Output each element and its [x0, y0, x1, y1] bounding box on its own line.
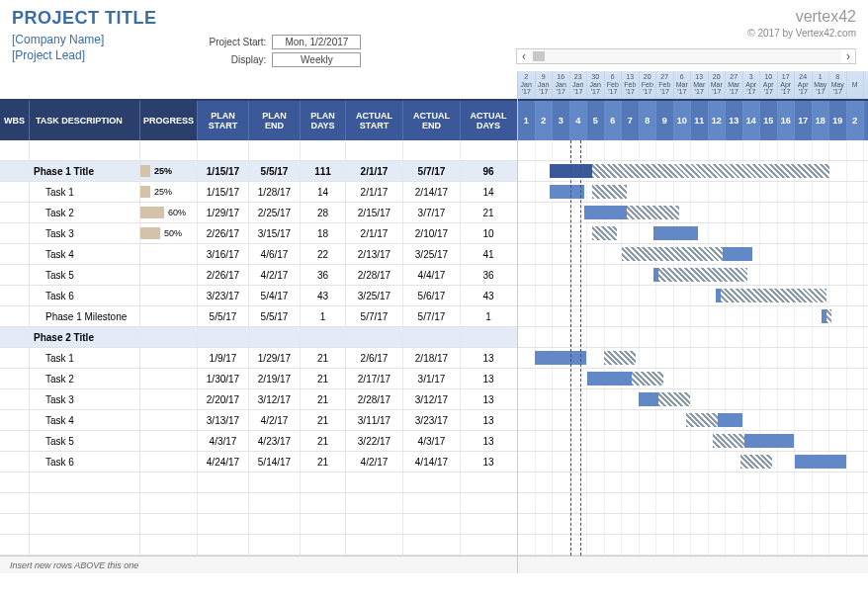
gantt-bar-plan[interactable] — [550, 185, 584, 199]
cell-pdays[interactable]: 21 — [301, 410, 346, 430]
gantt-bar-plan[interactable] — [653, 226, 698, 240]
cell-pend[interactable]: 5/5/17 — [249, 306, 301, 326]
scroll-thumb[interactable] — [533, 51, 545, 61]
cell-wbs[interactable] — [0, 369, 30, 388]
cell-aend[interactable]: 3/12/17 — [403, 389, 461, 409]
cell-adays[interactable]: 13 — [461, 369, 516, 388]
cell-pstart[interactable]: 2/26/17 — [198, 265, 249, 285]
cell-adays[interactable]: 13 — [461, 348, 516, 368]
cell-pend[interactable]: 2/25/17 — [249, 203, 301, 222]
cell-adays[interactable]: 41 — [461, 244, 516, 264]
cell-pdays[interactable]: 36 — [301, 265, 346, 285]
cell-aend[interactable]: 5/6/17 — [403, 286, 461, 305]
cell-astart[interactable]: 2/28/17 — [346, 265, 403, 285]
table-row[interactable]: Task 350%2/26/173/15/17182/1/172/10/1710 — [0, 223, 517, 244]
cell-pdays[interactable]: 14 — [301, 182, 346, 202]
cell-pstart[interactable]: 1/9/17 — [198, 348, 249, 368]
cell-pend[interactable]: 4/2/17 — [249, 265, 301, 285]
cell-wbs[interactable] — [0, 431, 30, 451]
cell-wbs[interactable] — [0, 265, 30, 285]
cell-pdays[interactable]: 21 — [301, 389, 346, 409]
table-row[interactable]: Task 64/24/175/14/17214/2/174/14/1713 — [0, 452, 517, 472]
gantt-bar-actual[interactable] — [604, 351, 636, 365]
cell-desc[interactable]: Phase 1 Milestone — [30, 306, 140, 326]
cell-desc[interactable]: Task 5 — [30, 431, 140, 451]
cell-prog[interactable] — [140, 369, 198, 388]
cell-aend[interactable]: 5/7/17 — [403, 306, 461, 326]
gantt-bar-actual[interactable] — [592, 164, 829, 178]
cell-desc[interactable]: Task 1 — [30, 348, 140, 368]
cell-astart[interactable]: 2/6/17 — [346, 348, 403, 368]
start-value[interactable]: Mon, 1/2/2017 — [272, 35, 361, 49]
cell-pdays[interactable]: 43 — [301, 286, 346, 305]
cell-astart[interactable]: 2/1/17 — [346, 182, 403, 202]
cell-adays[interactable]: 96 — [461, 161, 516, 181]
gantt-bar-plan[interactable] — [535, 351, 586, 365]
gantt-bar-actual[interactable] — [713, 434, 744, 448]
cell-pend[interactable]: 5/5/17 — [249, 161, 301, 181]
cell-adays[interactable]: 14 — [461, 182, 516, 202]
cell-desc[interactable]: Task 6 — [30, 286, 140, 305]
table-row[interactable]: Task 11/9/171/29/17212/6/172/18/1713 — [0, 348, 517, 369]
cell-pdays[interactable]: 28 — [301, 203, 346, 222]
table-row[interactable]: Task 43/16/174/6/17222/13/173/25/1741 — [0, 244, 517, 265]
gantt-bar-actual[interactable] — [592, 226, 617, 240]
cell-pstart[interactable]: 3/16/17 — [198, 244, 249, 264]
cell-wbs[interactable] — [0, 286, 30, 305]
cell-pstart[interactable]: 3/23/17 — [198, 286, 249, 305]
cell-adays[interactable]: 21 — [461, 203, 516, 222]
table-row[interactable]: Task 54/3/174/23/17213/22/174/3/1713 — [0, 431, 517, 452]
cell-pstart[interactable]: 1/29/17 — [198, 203, 249, 222]
cell-adays[interactable]: 13 — [461, 410, 516, 430]
cell-pend[interactable]: 2/19/17 — [249, 369, 301, 388]
table-row[interactable]: Task 43/13/174/2/17213/11/173/23/1713 — [0, 410, 517, 431]
cell-wbs[interactable] — [0, 203, 30, 222]
cell-pend[interactable]: 4/2/17 — [249, 410, 301, 430]
cell-prog[interactable]: 25% — [140, 161, 198, 181]
cell-pstart[interactable]: 4/24/17 — [198, 452, 249, 471]
cell-wbs[interactable] — [0, 223, 30, 243]
cell-wbs[interactable] — [0, 161, 30, 181]
cell-adays[interactable]: 13 — [461, 431, 516, 451]
cell-wbs[interactable] — [0, 244, 30, 264]
cell-aend[interactable] — [403, 327, 461, 347]
cell-prog[interactable] — [140, 348, 198, 368]
gantt-bar-plan[interactable] — [795, 455, 846, 469]
cell-pstart[interactable]: 2/20/17 — [198, 389, 249, 409]
cell-prog[interactable] — [140, 286, 198, 305]
cell-pstart[interactable] — [198, 327, 249, 347]
cell-desc[interactable]: Phase 2 Title — [30, 327, 140, 347]
cell-prog[interactable]: 60% — [140, 203, 198, 222]
cell-pend[interactable]: 5/14/17 — [249, 452, 301, 471]
cell-pend[interactable]: 4/23/17 — [249, 431, 301, 451]
table-row[interactable]: Task 21/30/172/19/17212/17/173/1/1713 — [0, 369, 517, 389]
cell-astart[interactable] — [346, 327, 403, 347]
scroll-left-icon[interactable]: ‹ — [517, 49, 531, 63]
cell-desc[interactable]: Task 3 — [30, 389, 140, 409]
cell-desc[interactable]: Task 4 — [30, 244, 140, 264]
cell-aend[interactable]: 2/14/17 — [403, 182, 461, 202]
cell-astart[interactable]: 2/15/17 — [346, 203, 403, 222]
cell-pdays[interactable]: 1 — [301, 306, 346, 326]
cell-desc[interactable]: Task 4 — [30, 410, 140, 430]
table-row[interactable]: Phase 2 Title — [0, 327, 517, 348]
cell-pstart[interactable]: 3/13/17 — [198, 410, 249, 430]
cell-desc[interactable]: Task 6 — [30, 452, 140, 471]
cell-pdays[interactable]: 22 — [301, 244, 346, 264]
gantt-bar-actual[interactable] — [627, 206, 679, 219]
cell-adays[interactable]: 1 — [461, 306, 516, 326]
cell-wbs[interactable] — [0, 182, 30, 202]
cell-pstart[interactable]: 2/26/17 — [198, 223, 249, 243]
company-name[interactable]: [Company Name] — [12, 33, 104, 46]
cell-astart[interactable]: 2/17/17 — [346, 369, 403, 388]
cell-astart[interactable]: 5/7/17 — [346, 306, 403, 326]
cell-pend[interactable] — [249, 327, 301, 347]
table-row[interactable]: Task 52/26/174/2/17362/28/174/4/1736 — [0, 265, 517, 286]
cell-aend[interactable]: 5/7/17 — [403, 161, 461, 181]
cell-pdays[interactable] — [301, 327, 346, 347]
cell-adays[interactable]: 13 — [461, 452, 516, 471]
cell-pstart[interactable]: 1/15/17 — [198, 161, 249, 181]
cell-aend[interactable]: 3/23/17 — [403, 410, 461, 430]
cell-pend[interactable]: 3/12/17 — [249, 389, 301, 409]
cell-aend[interactable]: 4/4/17 — [403, 265, 461, 285]
